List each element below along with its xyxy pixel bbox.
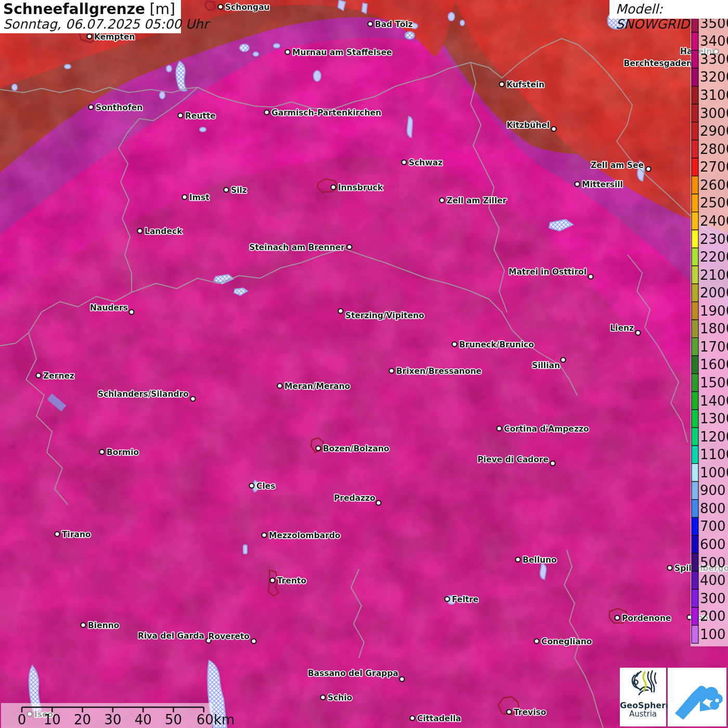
map-datetime: Sonntag, 06.07.2025 05:00 Uhr xyxy=(3,17,177,32)
legend-value-label: 2200 xyxy=(700,249,728,265)
legend-value-label: 1100 xyxy=(700,447,728,462)
city-label: Murnau am Staffelsee xyxy=(292,48,392,57)
model-label: Modell: SNOWGRID xyxy=(616,2,690,32)
legend-color-block xyxy=(692,158,698,176)
legend-value-label: 800 xyxy=(700,501,726,516)
city-label: Mittersill xyxy=(582,180,623,189)
city-label: Trento xyxy=(277,576,306,586)
legend-value-label: 1000 xyxy=(700,465,728,480)
city: Murnau am Staffelsee xyxy=(285,48,392,57)
city-label: Mezzolombardo xyxy=(269,531,341,540)
city: Garmisch-Partenkirchen xyxy=(264,108,381,118)
city-label: Feltre xyxy=(452,595,478,604)
city-dot xyxy=(218,4,223,9)
legend-color-block xyxy=(692,626,698,644)
city-dot xyxy=(36,373,41,378)
blue-mountain-icon xyxy=(668,668,726,726)
city-label: Sonthofen xyxy=(96,103,142,112)
city-dot xyxy=(667,565,672,570)
city: Pieve di Cadore xyxy=(477,455,555,466)
city-label: Lienz xyxy=(610,323,634,333)
legend-value-label: 200 xyxy=(700,608,726,624)
scalebar-label: 60km xyxy=(197,712,235,727)
city-label: Schlanders/Silandro xyxy=(98,389,189,399)
city-label: Innsbruck xyxy=(338,183,383,192)
legend-color-block xyxy=(692,248,698,266)
legend-color-block xyxy=(692,104,698,122)
map-title-box: Schneefallgrenze [m] Sonntag, 06.07.2025… xyxy=(0,0,181,33)
legend-value-label: 1400 xyxy=(700,393,728,409)
city-dot xyxy=(439,198,444,202)
city-dot xyxy=(497,426,501,431)
city-dot xyxy=(190,396,195,401)
legend-value-label: 3400 xyxy=(700,33,728,49)
city-label: Zell am See xyxy=(591,161,644,170)
city-label: Brixen/Bressanone xyxy=(396,367,482,376)
city-label: Conegliano xyxy=(541,637,592,646)
legend-color-block xyxy=(692,589,698,607)
legend-value-label: 1600 xyxy=(700,357,728,372)
legend-color-block xyxy=(692,410,698,428)
city: Schongau xyxy=(218,3,269,12)
legend-color-block xyxy=(692,212,698,230)
city-label: Cles xyxy=(256,482,275,491)
city: Brixen/Bressanone xyxy=(389,367,482,376)
city: Conegliano xyxy=(534,637,592,646)
city-dot xyxy=(452,342,457,346)
city-label: Bassano del Grappa xyxy=(308,669,398,678)
legend-color-block xyxy=(692,284,698,302)
city-label: Predazzo xyxy=(334,493,375,503)
legend-value-label: 1700 xyxy=(700,339,728,355)
city-label: Belluno xyxy=(523,555,557,565)
legend-value-label: 1300 xyxy=(700,411,728,426)
legend-color-block xyxy=(692,392,698,410)
city-dot xyxy=(262,532,266,537)
legend-value-label: 2800 xyxy=(700,141,728,157)
legend-value-label: 3000 xyxy=(700,106,728,121)
city-dot xyxy=(320,695,325,699)
city: Mezzolombardo xyxy=(262,531,340,540)
legend-value-label: 1900 xyxy=(700,303,728,319)
city: Sonthofen xyxy=(88,103,142,112)
city-label: Zernez xyxy=(43,371,74,381)
legend-value-label: 2300 xyxy=(700,231,728,247)
city-dot xyxy=(264,110,269,114)
city-label: Schwaz xyxy=(409,158,443,167)
legend-color-block xyxy=(692,536,698,554)
city-label: Bruneck/Brunico xyxy=(459,340,534,349)
scalebar-label: 0 xyxy=(18,712,27,727)
legend-value-label: 2100 xyxy=(700,267,728,283)
city: Meran/Merano xyxy=(277,382,350,391)
city-dot xyxy=(445,596,449,601)
snowfall-limit-map-page: SchongauBad TölzKemptenMurnau am Staffel… xyxy=(0,0,728,728)
legend-color-block xyxy=(692,140,698,158)
legend-value-label: 2000 xyxy=(700,285,728,301)
legend-value-label: 2600 xyxy=(700,177,728,193)
legend-value-label: 900 xyxy=(700,483,726,498)
city-label: Schongau xyxy=(225,3,270,12)
city: Pordenone xyxy=(615,614,671,623)
city-label: Bozen/Bolzano xyxy=(323,444,389,453)
city-dot xyxy=(87,34,92,38)
city-dot xyxy=(249,483,254,488)
city-dot xyxy=(368,21,372,26)
city-dot xyxy=(615,615,619,620)
weather-map-canvas[interactable]: SchongauBad TölzKemptenMurnau am Staffel… xyxy=(0,0,728,728)
city-dot xyxy=(270,578,275,582)
city-label: Sillian xyxy=(532,361,560,370)
contour-lines-icon xyxy=(627,668,659,700)
legend-color-block xyxy=(692,68,698,86)
city: Zell am See xyxy=(591,161,651,172)
city-dot xyxy=(277,383,282,388)
legend-value-label: 1200 xyxy=(700,429,728,445)
legend-value-label: 500 xyxy=(700,555,726,570)
city-label: Meran/Merano xyxy=(284,382,350,391)
city-dot xyxy=(499,82,504,86)
city-dot xyxy=(575,181,579,186)
legend-value-label: 100 xyxy=(700,627,726,642)
city-label: Cittadella xyxy=(417,714,461,723)
city-label: Sterzing/Vipiteno xyxy=(345,311,424,320)
city-label: Steinach am Brenner xyxy=(249,243,345,252)
geosphere-country: Austria xyxy=(620,710,666,718)
legend-value-label: 300 xyxy=(700,591,726,606)
